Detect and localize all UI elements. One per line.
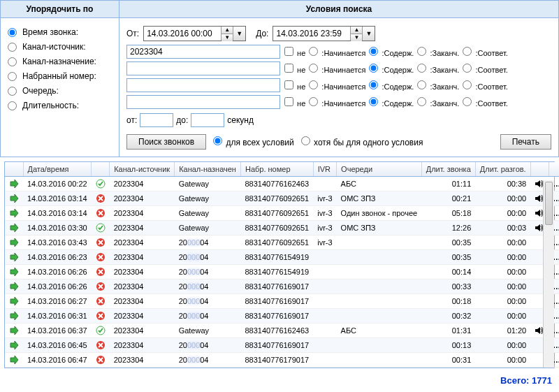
sort-option[interactable]: Канал-назначение:: [8, 57, 112, 66]
from-date-box[interactable]: ▲▼ ▼: [143, 26, 246, 41]
filter-input[interactable]: [126, 78, 280, 92]
direction-icon: [9, 326, 19, 335]
filter-input[interactable]: [126, 61, 280, 75]
direction-icon: [9, 252, 19, 262]
match-exact[interactable]: :Соответ.: [463, 97, 507, 108]
table-row[interactable]: 14.03.2016 06:27202330420000048831407761…: [5, 294, 559, 309]
cell-datetime: 14.03.2016 03:30: [23, 221, 92, 235]
match-ends[interactable]: :Заканч.: [417, 47, 459, 57]
sort-radio[interactable]: [8, 87, 17, 96]
table-row[interactable]: 14.03.2016 06:23202330420000048831407761…: [5, 250, 559, 265]
cell-direction: [5, 280, 23, 294]
match-contains[interactable]: :Содерж.: [369, 47, 414, 57]
sort-option[interactable]: Время звонка:: [8, 27, 112, 37]
search-button[interactable]: Поиск звонков: [126, 134, 206, 150]
match-exact[interactable]: :Соответ.: [463, 64, 507, 74]
filter-row: не :Начинается :Содерж. :Заканч. :Соотве…: [126, 61, 551, 75]
filter-input[interactable]: [126, 45, 280, 59]
match-contains[interactable]: :Содерж.: [369, 80, 414, 91]
filter-row: не :Начинается :Содерж. :Заканч. :Соотве…: [126, 45, 551, 59]
filter-not[interactable]: не: [284, 64, 305, 74]
sort-radio[interactable]: [8, 101, 17, 110]
to-date-box[interactable]: ▲▼ ▼: [273, 26, 375, 41]
mode-any[interactable]: хотя бы для одного условия: [301, 136, 423, 147]
from-dropdown-icon[interactable]: ▼: [233, 27, 245, 41]
cell-source: 2023304: [110, 338, 175, 353]
match-exact[interactable]: :Соответ.: [463, 80, 507, 91]
from-date-input[interactable]: [144, 27, 221, 41]
match-starts[interactable]: :Начинается: [309, 80, 365, 91]
from-spinner[interactable]: ▲▼: [221, 27, 233, 41]
match-contains[interactable]: :Содерж.: [369, 97, 414, 108]
column-header[interactable]: Длит. разгов.: [475, 162, 530, 177]
spin-down-icon[interactable]: ▼: [222, 34, 233, 41]
spin-up-icon[interactable]: ▲: [351, 27, 362, 34]
column-header[interactable]: Канал-назначен: [175, 162, 241, 177]
cell-talk-duration: 00:00: [475, 353, 530, 368]
column-header[interactable]: [5, 162, 23, 177]
table-row[interactable]: 14.03.2016 06:26202330420000048831407761…: [5, 265, 559, 280]
column-header[interactable]: Набр. номер: [240, 162, 313, 177]
table-row[interactable]: 14.03.2016 06:26202330420000048831407761…: [5, 280, 559, 294]
match-starts[interactable]: :Начинается: [309, 47, 365, 57]
sort-radio[interactable]: [8, 57, 17, 66]
cell-datetime: 14.03.2016 06:47: [23, 353, 92, 368]
match-exact[interactable]: :Соответ.: [463, 47, 507, 57]
to-label: До:: [256, 29, 268, 38]
match-ends[interactable]: :Заканч.: [417, 64, 459, 74]
column-header[interactable]: IVR: [313, 162, 336, 177]
sort-option[interactable]: Канал-источник:: [8, 42, 112, 52]
sort-option[interactable]: Очередь:: [8, 86, 112, 96]
mode-all[interactable]: для всех условий: [213, 136, 294, 147]
spin-up-icon[interactable]: ▲: [222, 27, 233, 34]
table-row[interactable]: 14.03.2016 06:47202330420000048831407761…: [5, 353, 559, 368]
cell-number: 883140776169017: [240, 280, 313, 294]
cell-status: [92, 206, 110, 221]
vertical-scrollbar[interactable]: [543, 180, 554, 368]
dur-from-input[interactable]: [140, 113, 173, 127]
cell-datetime: 14.03.2016 06:26: [23, 265, 92, 280]
sort-label: Время звонка:: [22, 27, 78, 37]
dur-to-input[interactable]: [191, 113, 224, 127]
filter-not[interactable]: не: [284, 80, 305, 91]
table-row[interactable]: 14.03.2016 00:222023304Gateway8831407761…: [5, 177, 559, 191]
masked-text: 000: [187, 238, 200, 247]
match-starts[interactable]: :Начинается: [309, 97, 365, 108]
match-starts[interactable]: :Начинается: [309, 64, 365, 74]
match-ends[interactable]: :Заканч.: [417, 80, 459, 91]
filter-not[interactable]: не: [284, 47, 305, 57]
column-header[interactable]: Длит. звонка: [421, 162, 475, 177]
table-row[interactable]: 14.03.2016 03:302023304Gateway8831407760…: [5, 221, 559, 235]
sort-radio[interactable]: [8, 72, 17, 81]
column-header[interactable]: Дата/время: [23, 162, 92, 177]
cell-talk-duration: 01:20: [475, 324, 530, 338]
column-header[interactable]: [530, 162, 549, 177]
sort-option[interactable]: Длительность:: [8, 101, 112, 110]
match-contains[interactable]: :Содерж.: [369, 64, 414, 74]
cell-queue: [337, 265, 422, 280]
table-row[interactable]: 14.03.2016 06:31202330420000048831407761…: [5, 309, 559, 324]
to-date-input[interactable]: [273, 27, 350, 41]
sort-label: Длительность:: [22, 101, 79, 110]
filter-input[interactable]: [126, 95, 280, 109]
sort-radio[interactable]: [8, 28, 17, 37]
column-header[interactable]: [549, 162, 559, 177]
to-dropdown-icon[interactable]: ▼: [362, 27, 375, 41]
to-spinner[interactable]: ▲▼: [350, 27, 362, 41]
column-header[interactable]: Очереди: [337, 162, 422, 177]
table-row[interactable]: 14.03.2016 03:43202330420000048831407760…: [5, 235, 559, 250]
sort-radio[interactable]: [8, 43, 17, 52]
success-icon: [96, 326, 106, 335]
filter-not[interactable]: не: [284, 97, 305, 108]
column-header[interactable]: [92, 162, 110, 177]
column-header[interactable]: Канал-источник: [110, 162, 175, 177]
table-row[interactable]: 14.03.2016 03:142023304Gateway8831407760…: [5, 206, 559, 221]
sort-option[interactable]: Набранный номер:: [8, 71, 112, 81]
table-row[interactable]: 14.03.2016 06:372023304Gateway8831407761…: [5, 324, 559, 338]
svg-marker-0: [10, 180, 18, 188]
print-button[interactable]: Печать: [500, 134, 551, 150]
table-row[interactable]: 14.03.2016 06:45202330420000048831407761…: [5, 338, 559, 353]
spin-down-icon[interactable]: ▼: [351, 34, 362, 41]
match-ends[interactable]: :Заканч.: [417, 97, 459, 108]
table-row[interactable]: 14.03.2016 03:142023304Gateway8831407760…: [5, 191, 559, 206]
